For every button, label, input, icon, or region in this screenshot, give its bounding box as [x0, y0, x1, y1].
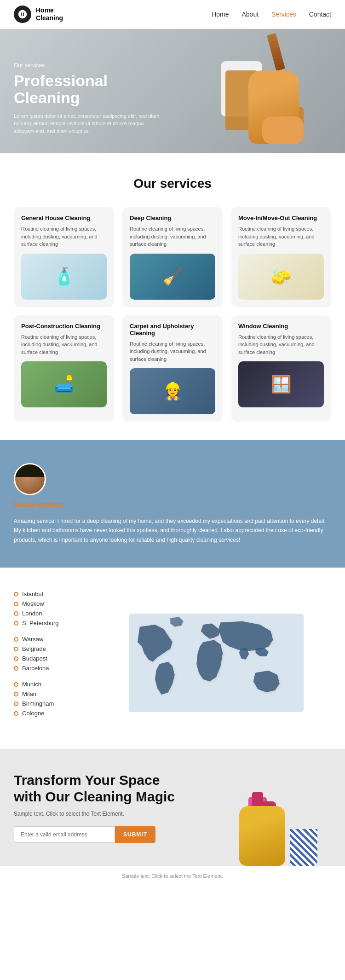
- avatar-hair: [15, 463, 45, 477]
- service-card-movein: Move-In/Move-Out Cleaning Routine cleani…: [231, 207, 331, 307]
- service-general-title: General House Cleaning: [21, 215, 107, 221]
- world-map-svg: [129, 612, 304, 713]
- nav-home[interactable]: Home: [212, 11, 229, 18]
- world-map: [92, 612, 331, 704]
- hero-section: Our services Professional Cleaning Lorem…: [0, 29, 345, 153]
- locations-list: Istanbul Moskow London S. Petersburg War…: [14, 591, 78, 726]
- cta-form: SUBMIT: [14, 826, 189, 843]
- brush-icon: [267, 33, 285, 71]
- cta-content: Transform Your Space with Our Cleaning M…: [14, 772, 189, 843]
- service-deep-desc: Routine cleaning of living spaces, inclu…: [130, 225, 215, 248]
- list-item: Birmingham: [14, 700, 78, 707]
- spray-glove-icon: [239, 806, 285, 866]
- list-item: London: [14, 610, 78, 617]
- list-item: Warsaw: [14, 636, 78, 643]
- service-movein-desc: Routine cleaning of living spaces, inclu…: [238, 225, 324, 248]
- list-item: Barcelona: [14, 665, 78, 672]
- list-item: Istanbul: [14, 591, 78, 597]
- service-card-postconstruction: Post-Construction Cleaning Routine clean…: [14, 315, 114, 422]
- services-section: Our services General House Cleaning Rout…: [0, 153, 345, 440]
- location-group-1: Istanbul Moskow London S. Petersburg: [14, 591, 78, 626]
- service-movein-image: 🧽: [238, 254, 324, 300]
- deep-icon: 🧹: [162, 267, 183, 286]
- list-item: Moskow: [14, 600, 78, 607]
- logo-svg: [17, 9, 28, 19]
- testimonial-name: Stella Hudson: [14, 501, 331, 509]
- postconstruction-icon: 🛋️: [54, 375, 75, 394]
- location-dot-icon: [14, 647, 18, 651]
- cta-title: Transform Your Space with Our Cleaning M…: [14, 772, 189, 805]
- avatar: [14, 463, 46, 495]
- list-item: Belgrade: [14, 645, 78, 652]
- service-postconstruction-desc: Routine cleaning of living spaces, inclu…: [21, 333, 107, 356]
- locations-section: Istanbul Moskow London S. Petersburg War…: [0, 568, 345, 749]
- location-group-2: Warsaw Belgrade Budapest Barcelona: [14, 636, 78, 672]
- logo-text: Home Cleaning: [36, 6, 63, 22]
- testimonial-text: Amazing service! I hired for a deep clea…: [14, 516, 327, 545]
- service-deep-image: 🧹: [130, 254, 215, 300]
- list-item: Budapest: [14, 655, 78, 662]
- nav-services[interactable]: Services: [271, 11, 296, 18]
- location-dot-icon: [14, 611, 18, 616]
- footer: Sample text. Click to select the Text El…: [0, 866, 345, 886]
- submit-button[interactable]: SUBMIT: [115, 826, 155, 843]
- location-dot-icon: [14, 656, 18, 661]
- location-dot-icon: [14, 711, 18, 716]
- logo[interactable]: Home Cleaning: [14, 6, 63, 23]
- service-card-window: Window Cleaning Routine cleaning of livi…: [231, 315, 331, 422]
- service-window-title: Window Cleaning: [238, 323, 324, 330]
- service-card-deep: Deep Cleaning Routine cleaning of living…: [122, 207, 223, 307]
- service-postconstruction-image: 🛋️: [21, 361, 107, 407]
- hero-label: Our services: [14, 62, 161, 69]
- service-carpet-desc: Routine cleaning of living spaces, inclu…: [130, 340, 215, 363]
- testimonial-section: Stella Hudson Amazing service! I hired f…: [0, 440, 345, 568]
- service-carpet-title: Carpet and Upholstery Cleaning: [130, 323, 215, 336]
- movein-icon: 🧽: [271, 267, 292, 286]
- nav-contact[interactable]: Contact: [309, 11, 331, 18]
- hero-content: Our services Professional Cleaning Lorem…: [14, 62, 161, 135]
- service-card-carpet: Carpet and Upholstery Cleaning Routine c…: [122, 315, 223, 422]
- nav-links: Home About Services Contact: [212, 11, 331, 18]
- sleeve-icon: [290, 829, 317, 866]
- spray-bottle-top-icon: [252, 792, 263, 806]
- hero-image: [198, 29, 317, 153]
- location-dot-icon: [14, 637, 18, 642]
- cta-image: [225, 765, 331, 866]
- logo-icon: [14, 6, 31, 23]
- location-dot-icon: [14, 592, 18, 597]
- cleaner-figure: [207, 34, 308, 153]
- services-grid: General House Cleaning Routine cleaning …: [14, 207, 331, 422]
- avatar-face: [15, 463, 45, 495]
- service-window-image: 🪟: [238, 361, 324, 407]
- cleaner-glove: [262, 116, 304, 144]
- hero-description: Lorem ipsum dolor sit amet, consetetur s…: [14, 112, 161, 135]
- service-deep-title: Deep Cleaning: [130, 215, 215, 221]
- location-dot-icon: [14, 682, 18, 687]
- navbar: Home Cleaning Home About Services Contac…: [0, 0, 345, 29]
- service-general-image: 🧴: [21, 254, 107, 300]
- service-movein-title: Move-In/Move-Out Cleaning: [238, 215, 324, 221]
- footer-text: Sample text. Click to select the Text El…: [122, 873, 223, 879]
- general-icon: 🧴: [54, 267, 75, 286]
- location-dot-icon: [14, 692, 18, 696]
- service-card-general: General House Cleaning Routine cleaning …: [14, 207, 114, 307]
- window-icon: 🪟: [271, 375, 292, 394]
- spray-hand-figure: [225, 774, 317, 866]
- service-carpet-image: 👷: [130, 368, 215, 414]
- service-general-desc: Routine cleaning of living spaces, inclu…: [21, 225, 107, 248]
- list-item: Cologne: [14, 710, 78, 717]
- cta-section: Transform Your Space with Our Cleaning M…: [0, 749, 345, 866]
- email-field[interactable]: [14, 826, 115, 843]
- list-item: Munich: [14, 681, 78, 688]
- nav-about[interactable]: About: [242, 11, 259, 18]
- services-title: Our services: [14, 176, 331, 191]
- location-dot-icon: [14, 702, 18, 706]
- map-container: [129, 612, 294, 704]
- location-group-3: Munich Milan Birmingham Cologne: [14, 681, 78, 717]
- location-dot-icon: [14, 621, 18, 626]
- cta-description: Sample text. Click to select the Text El…: [14, 811, 189, 817]
- carpet-icon: 👷: [162, 382, 183, 401]
- location-dot-icon: [14, 666, 18, 671]
- list-item: S. Petersburg: [14, 620, 78, 626]
- location-dot-icon: [14, 602, 18, 606]
